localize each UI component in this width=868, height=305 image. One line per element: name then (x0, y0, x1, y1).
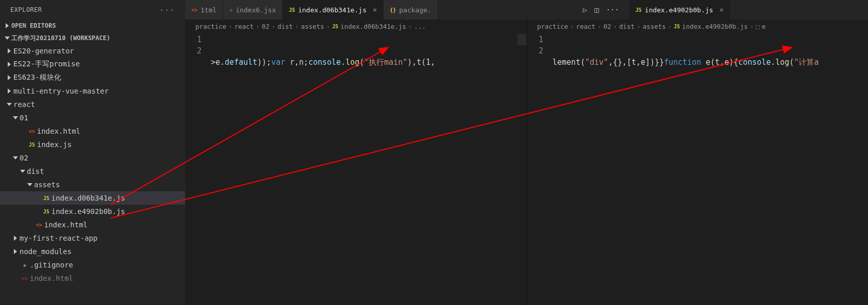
chevron-right-icon (5, 75, 13, 80)
tree-label: ES623-模块化 (13, 73, 61, 82)
file-tree: ES20-generatorES22-手写promiseES623-模块化mul… (0, 44, 185, 285)
editor-panes: practice› react› 02› dist› assets› JS in… (185, 20, 868, 305)
tree-folder[interactable]: multi-entry-vue-master (0, 84, 185, 98)
html-file-icon: <> (34, 222, 44, 228)
tab-label: index6.jsx (236, 6, 276, 14)
tree-file[interactable]: ◈.gitignore (0, 258, 185, 272)
tree-file[interactable]: <>index.html (0, 272, 185, 285)
crumb-extra[interactable]: ... (414, 23, 426, 30)
js-file-icon: JS (27, 142, 37, 148)
js-file-icon: JS (674, 24, 680, 29)
tab-right-group[interactable]: JS index.e4902b0b.js × (629, 0, 731, 20)
tree-file[interactable]: <>index.html (0, 218, 185, 231)
js-file-icon: JS (41, 209, 51, 214)
tree-file[interactable]: <>index.html (0, 124, 185, 138)
code-view-left[interactable]: 1 2 >e.default));var r,n;console.log("执行… (185, 33, 527, 136)
editor-tab[interactable]: JSindex.d06b341e.js× (283, 0, 384, 20)
tree-folder[interactable]: react (0, 98, 185, 111)
crumb[interactable]: assets (301, 23, 324, 30)
tree-label: my-first-react-app (20, 234, 98, 242)
tree-folder[interactable]: dist (0, 165, 185, 178)
js-file-icon: JS (289, 7, 295, 13)
editor-actions: ▷ ◫ ··· (576, 0, 626, 20)
tree-label: index.html (44, 221, 87, 229)
breadcrumb[interactable]: practice› react› 02› dist› assets› JS in… (185, 20, 527, 33)
more-actions-icon[interactable]: ··· (606, 6, 619, 14)
minimap[interactable] (517, 34, 527, 45)
crumb[interactable]: dist (619, 23, 635, 30)
crumb[interactable]: assets (643, 23, 666, 30)
crumb-file[interactable]: index.e4902b0b.js (682, 23, 748, 30)
line-number: 2 (185, 45, 202, 57)
crumb-file[interactable]: index.d06b341e.js (340, 23, 406, 30)
close-icon[interactable]: × (373, 6, 377, 14)
editor-tab[interactable]: {}package. (384, 0, 438, 20)
chevron-down-icon (19, 169, 27, 174)
explorer-more-icon[interactable]: ··· (156, 4, 178, 16)
code-view-right[interactable]: 1 2 lement("div",{},[t,e])}}function e(t… (527, 33, 869, 124)
chevron-down-icon (3, 35, 11, 41)
crumb[interactable]: practice (537, 23, 568, 30)
crumb[interactable]: react (234, 23, 254, 30)
chevron-down-icon (26, 182, 34, 187)
chevron-right-icon (5, 48, 13, 53)
crumb[interactable]: dist (278, 23, 293, 30)
crumb[interactable]: react (576, 23, 595, 30)
tree-label: 01 (20, 114, 28, 122)
tree-folder[interactable]: 02 (0, 151, 185, 165)
json-file-icon: {} (390, 7, 396, 13)
editor-tab[interactable]: ⚛index6.jsx (223, 0, 282, 20)
line-number: 1 (527, 34, 544, 45)
tab-bar: <>1tml⚛index6.jsxJSindex.d06b341e.js×{}p… (185, 0, 868, 20)
run-icon[interactable]: ▷ (583, 6, 587, 14)
code-content[interactable]: >e.default));var r,n;console.log("执行main… (211, 34, 527, 136)
tree-folder[interactable]: 01 (0, 111, 185, 124)
tree-file[interactable]: JSindex.e4902b0b.js (0, 205, 185, 218)
js-file-icon: JS (41, 195, 51, 201)
line-number: 1 (185, 34, 202, 45)
breadcrumb[interactable]: practice› react› 02› dist› assets› JS in… (527, 20, 869, 33)
chevron-right-icon (11, 236, 20, 241)
chevron-right-icon (3, 23, 11, 28)
tree-folder[interactable]: ES623-模块化 (0, 71, 185, 84)
react-file-icon: ⚛ (229, 7, 232, 13)
close-icon[interactable]: × (719, 6, 724, 14)
tree-folder[interactable]: ES22-手写promise (0, 58, 185, 71)
js-file-icon: JS (332, 24, 338, 29)
tree-label: index.html (30, 274, 73, 282)
chevron-right-icon (11, 249, 20, 254)
tree-folder[interactable]: ES20-generator (0, 44, 185, 58)
tree-label: .gitignore (30, 261, 73, 269)
crumb[interactable]: 02 (262, 23, 269, 30)
tree-folder[interactable]: my-first-react-app (0, 231, 185, 245)
workspace-label: 工作学习20210710 (WORKSPACE) (11, 34, 111, 43)
tab-label: package. (399, 6, 431, 14)
explorer-title: EXPLORER (10, 6, 42, 13)
tab-label: 1tml (201, 6, 216, 14)
tab-label: index.d06b341e.js (298, 6, 367, 14)
chevron-right-icon (5, 88, 13, 94)
gutter: 1 2 (527, 34, 553, 124)
tree-label: react (13, 100, 35, 109)
gutter: 1 2 (185, 34, 211, 136)
tree-label: dist (27, 167, 44, 175)
line-number: 2 (527, 45, 544, 57)
open-editors-section[interactable]: OPEN EDITORS (0, 20, 185, 32)
cube-icon: ⬚ (756, 23, 760, 30)
crumb[interactable]: 02 (603, 23, 611, 30)
chevron-down-icon (5, 102, 13, 107)
tree-file[interactable]: JSindex.d06b341e.js (0, 191, 185, 205)
code-content[interactable]: lement("div",{},[t,e])}}function e(t,e){… (553, 34, 869, 124)
tree-folder[interactable]: node_modules (0, 245, 185, 258)
chevron-down-icon (11, 115, 20, 120)
workspace-section[interactable]: 工作学习20210710 (WORKSPACE) (0, 32, 185, 44)
tree-file[interactable]: JSindex.js (0, 138, 185, 151)
tree-folder[interactable]: assets (0, 178, 185, 191)
chevron-down-icon (11, 155, 20, 160)
editor-tab[interactable]: <>1tml (185, 0, 223, 20)
crumb-extra[interactable]: e (762, 23, 766, 30)
split-editor-icon[interactable]: ◫ (594, 6, 599, 14)
tree-label: 02 (20, 154, 28, 162)
crumb[interactable]: practice (195, 23, 226, 30)
editor-area: <>1tml⚛index6.jsxJSindex.d06b341e.js×{}p… (185, 0, 868, 305)
